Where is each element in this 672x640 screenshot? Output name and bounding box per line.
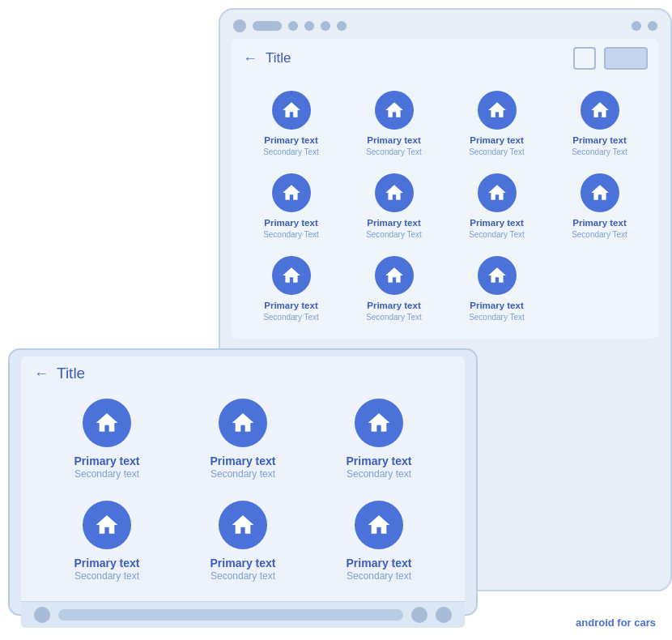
tablet-item-icon-5 bbox=[219, 501, 267, 549]
item-primary-text: Primary text bbox=[367, 134, 420, 147]
list-item[interactable]: Primary text Secondary Text bbox=[241, 167, 341, 246]
bottom-dot-1 bbox=[34, 607, 50, 623]
status-dot-3 bbox=[304, 21, 314, 31]
tablet-item-icon-6 bbox=[355, 501, 403, 549]
item-primary-text: Primary text bbox=[264, 300, 317, 312]
list-item[interactable]: Primary text Secondary Text bbox=[344, 250, 444, 329]
list-item[interactable]: Primary text Secondary text bbox=[177, 390, 309, 489]
android-label-text: android for cars bbox=[576, 617, 656, 629]
tablet-item-secondary-text: Secondary text bbox=[347, 570, 411, 583]
item-icon-6 bbox=[375, 173, 414, 212]
tablet-item-primary-text: Primary text bbox=[211, 454, 276, 468]
item-secondary-text: Secondary Text bbox=[469, 229, 525, 240]
item-secondary-text: Secondary Text bbox=[572, 147, 627, 157]
list-item[interactable]: Primary text Secondary Text bbox=[550, 84, 649, 164]
tablet-bottom-bar bbox=[21, 601, 465, 628]
status-dot-right-2 bbox=[648, 21, 657, 31]
list-item[interactable]: Primary text Secondary text bbox=[313, 390, 445, 489]
tablet-item-primary-text: Primary text bbox=[74, 454, 140, 468]
tablet-item-primary-text: Primary text bbox=[74, 556, 140, 570]
item-icon-1 bbox=[272, 91, 311, 130]
item-primary-text: Primary text bbox=[264, 217, 317, 229]
status-dot-4 bbox=[321, 21, 330, 31]
bottom-dot-3 bbox=[436, 607, 452, 623]
item-primary-text: Primary text bbox=[572, 217, 626, 229]
bottom-bar-search[interactable] bbox=[58, 609, 403, 621]
list-item[interactable]: Primary text Secondary text bbox=[40, 390, 173, 489]
list-item[interactable]: Primary text Secondary Text bbox=[344, 167, 444, 246]
item-icon-2 bbox=[375, 91, 414, 130]
phone-status-bar bbox=[220, 10, 670, 39]
status-dot-right-1 bbox=[632, 21, 641, 31]
screen-toolbar: ← Title bbox=[232, 39, 659, 78]
tablet-item-primary-text: Primary text bbox=[347, 454, 412, 468]
item-primary-text: Primary text bbox=[470, 217, 523, 229]
item-secondary-text: Secondary Text bbox=[469, 312, 525, 322]
tablet-toolbar: ← Title bbox=[21, 356, 465, 387]
tablet-item-icon-1 bbox=[83, 399, 131, 447]
item-primary-text: Primary text bbox=[367, 217, 420, 229]
item-icon-3 bbox=[478, 91, 517, 130]
item-secondary-text: Secondary Text bbox=[469, 147, 525, 157]
phone-screen: ← Title Primary text Secondary Text Prim… bbox=[232, 39, 659, 339]
item-primary-text: Primary text bbox=[367, 300, 420, 312]
tablet-item-secondary-text: Secondary text bbox=[211, 468, 275, 481]
list-item[interactable]: Primary text Secondary Text bbox=[241, 84, 341, 164]
list-item[interactable]: Primary text Secondary Text bbox=[447, 167, 547, 246]
item-secondary-text: Secondary Text bbox=[366, 229, 422, 240]
status-dot-2 bbox=[288, 21, 298, 31]
tablet-item-primary-text: Primary text bbox=[347, 556, 412, 570]
tablet-item-icon-4 bbox=[83, 501, 131, 549]
item-secondary-text: Secondary Text bbox=[572, 229, 627, 240]
phone-items-grid: Primary text Secondary Text Primary text… bbox=[232, 78, 659, 339]
status-speaker bbox=[253, 21, 282, 31]
tablet-items-grid: Primary text Secondary text Primary text… bbox=[21, 387, 465, 601]
item-secondary-text: Secondary Text bbox=[263, 147, 319, 157]
item-secondary-text: Secondary Text bbox=[366, 312, 422, 322]
item-icon-7 bbox=[478, 173, 517, 212]
tablet-item-icon-2 bbox=[219, 399, 267, 447]
list-item[interactable]: Primary text Secondary Text bbox=[447, 250, 547, 329]
item-secondary-text: Secondary Text bbox=[366, 147, 422, 157]
list-item[interactable]: Primary text Secondary text bbox=[313, 493, 445, 591]
tablet-frame: ← Title Primary text Secondary text Prim… bbox=[8, 348, 478, 616]
item-primary-text: Primary text bbox=[470, 134, 523, 147]
tablet-item-icon-3 bbox=[355, 399, 403, 447]
item-primary-text: Primary text bbox=[264, 134, 317, 147]
bottom-dot-2 bbox=[411, 607, 427, 623]
item-icon-8 bbox=[581, 173, 619, 212]
item-primary-text: Primary text bbox=[470, 300, 523, 312]
item-secondary-text: Secondary Text bbox=[263, 229, 319, 240]
list-item[interactable]: Primary text Secondary Text bbox=[447, 84, 547, 164]
item-icon-11 bbox=[478, 256, 517, 295]
toolbar-action-button[interactable] bbox=[604, 47, 648, 70]
item-icon-9 bbox=[272, 256, 311, 295]
list-item[interactable]: Primary text Secondary Text bbox=[344, 84, 444, 164]
item-icon-10 bbox=[375, 256, 414, 295]
item-icon-4 bbox=[581, 91, 619, 130]
item-icon-5 bbox=[272, 173, 311, 212]
item-primary-text: Primary text bbox=[572, 134, 626, 147]
tablet-item-secondary-text: Secondary text bbox=[211, 570, 275, 583]
android-for-cars-label: android for cars bbox=[576, 617, 656, 629]
tablet-back-button[interactable]: ← bbox=[34, 365, 49, 382]
list-item[interactable]: Primary text Secondary Text bbox=[241, 250, 341, 329]
tablet-screen-title: Title bbox=[57, 365, 85, 382]
status-dot-1 bbox=[233, 19, 246, 32]
tablet-item-primary-text: Primary text bbox=[211, 556, 276, 570]
list-item[interactable]: Primary text Secondary Text bbox=[550, 167, 649, 246]
item-secondary-text: Secondary Text bbox=[263, 312, 319, 322]
tablet-item-secondary-text: Secondary text bbox=[347, 468, 411, 481]
back-button[interactable]: ← bbox=[243, 50, 257, 67]
toolbar-icon-button[interactable] bbox=[573, 47, 596, 70]
tablet-item-secondary-text: Secondary text bbox=[74, 570, 139, 583]
status-dot-5 bbox=[337, 21, 347, 31]
tablet-item-secondary-text: Secondary text bbox=[74, 468, 139, 481]
list-item[interactable]: Primary text Secondary text bbox=[40, 493, 173, 591]
list-item[interactable]: Primary text Secondary text bbox=[177, 493, 309, 591]
screen-title: Title bbox=[266, 50, 565, 66]
tablet-screen: ← Title Primary text Secondary text Prim… bbox=[21, 356, 465, 628]
